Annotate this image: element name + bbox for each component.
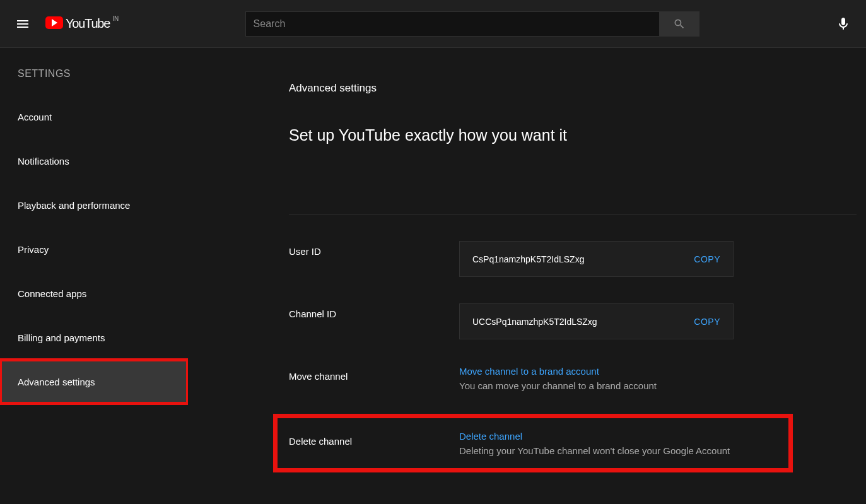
sidebar-item-label: Advanced settings: [18, 377, 95, 387]
hamburger-menu-button[interactable]: [10, 11, 35, 37]
delete-channel-label: Delete channel: [289, 431, 459, 457]
sidebar-item-label: Privacy: [18, 244, 49, 255]
header: YouTube IN: [0, 0, 866, 48]
sidebar-item-privacy[interactable]: Privacy: [0, 227, 188, 271]
sidebar-item-playback[interactable]: Playback and performance: [0, 183, 188, 227]
sidebar-title: SETTINGS: [0, 61, 188, 95]
delete-channel-desc: Deleting your YouTube channel won't clos…: [459, 445, 730, 456]
delete-channel-content: Delete channel Deleting your YouTube cha…: [459, 431, 857, 457]
page-subtitle: Set up YouTube exactly how you want it: [289, 126, 866, 144]
channel-id-box: UCCsPq1namzhpK5T2IdLSZxg COPY: [459, 303, 734, 339]
user-id-label: User ID: [289, 241, 459, 277]
sidebar-item-connected-apps[interactable]: Connected apps: [0, 271, 188, 315]
copy-channel-id-button[interactable]: COPY: [694, 317, 720, 327]
delete-channel-row: Delete channel Delete channel Deleting y…: [289, 431, 857, 457]
move-channel-desc: You can move your channel to a brand acc…: [459, 380, 657, 391]
sidebar-item-label: Billing and payments: [18, 332, 105, 343]
page-title: Advanced settings: [289, 82, 866, 95]
search-container: [245, 11, 699, 37]
search-input[interactable]: [245, 11, 659, 37]
user-id-value: CsPq1namzhpK5T2IdLSZxg: [472, 254, 584, 264]
channel-id-row: Channel ID UCCsPq1namzhpK5T2IdLSZxg COPY: [289, 303, 857, 339]
country-code: IN: [112, 15, 119, 22]
youtube-logo[interactable]: YouTube IN: [45, 16, 119, 31]
divider: [289, 214, 857, 214]
channel-id-value: UCCsPq1namzhpK5T2IdLSZxg: [472, 317, 597, 327]
delete-channel-link[interactable]: Delete channel: [459, 431, 857, 442]
user-id-box: CsPq1namzhpK5T2IdLSZxg COPY: [459, 241, 734, 277]
sidebar-item-notifications[interactable]: Notifications: [0, 139, 188, 183]
search-button[interactable]: [659, 11, 699, 37]
sidebar-item-label: Playback and performance: [18, 200, 130, 211]
user-id-row: User ID CsPq1namzhpK5T2IdLSZxg COPY: [289, 241, 857, 277]
sidebar: SETTINGS Account Notifications Playback …: [0, 48, 188, 504]
youtube-play-icon: [45, 16, 63, 29]
move-channel-link[interactable]: Move channel to a brand account: [459, 366, 857, 377]
sidebar-item-label: Connected apps: [18, 288, 86, 299]
sidebar-item-label: Notifications: [18, 156, 69, 167]
main-content: Advanced settings Set up YouTube exactly…: [188, 48, 866, 504]
voice-search-button[interactable]: [831, 11, 856, 37]
move-channel-content: Move channel to a brand account You can …: [459, 366, 857, 392]
move-channel-label: Move channel: [289, 366, 459, 392]
sidebar-item-label: Account: [18, 112, 52, 122]
channel-id-content: UCCsPq1namzhpK5T2IdLSZxg COPY: [459, 303, 857, 339]
user-id-content: CsPq1namzhpK5T2IdLSZxg COPY: [459, 241, 857, 277]
hamburger-icon: [15, 16, 30, 32]
search-icon: [673, 18, 686, 30]
sidebar-item-account[interactable]: Account: [0, 95, 188, 139]
sidebar-item-billing[interactable]: Billing and payments: [0, 315, 188, 360]
sidebar-item-advanced-settings[interactable]: Advanced settings: [0, 360, 188, 404]
microphone-icon: [836, 16, 851, 32]
delete-channel-highlight: Delete channel Delete channel Deleting y…: [278, 418, 788, 468]
channel-id-label: Channel ID: [289, 303, 459, 339]
logo-text: YouTube: [66, 16, 110, 31]
move-channel-row: Move channel Move channel to a brand acc…: [289, 366, 857, 392]
body-container: SETTINGS Account Notifications Playback …: [0, 48, 866, 504]
copy-user-id-button[interactable]: COPY: [694, 254, 720, 264]
